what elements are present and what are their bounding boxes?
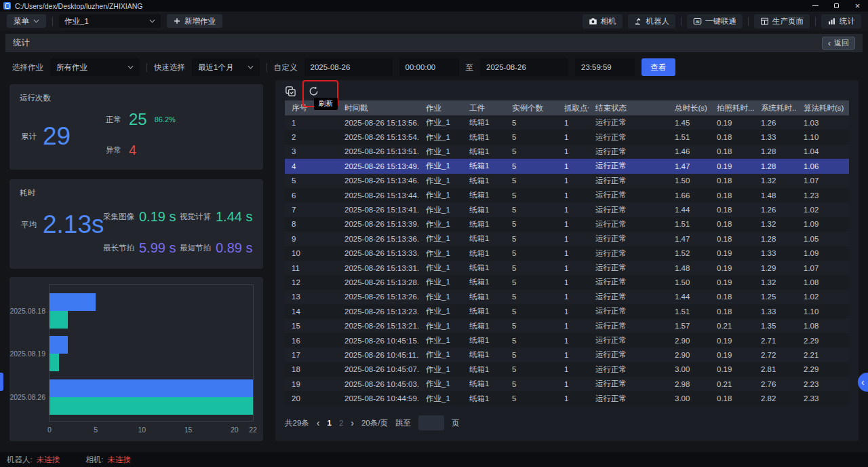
start-time-input[interactable]: 00:00:00 bbox=[399, 58, 459, 76]
column-header[interactable]: 算法耗时(s) bbox=[797, 103, 849, 113]
table-row[interactable]: 42025-08-26 15:13:49.257作业_1纸箱151运行正常1.4… bbox=[285, 159, 849, 173]
table-cell: 1.04 bbox=[797, 147, 849, 155]
total-runs-value: 29 bbox=[43, 122, 71, 151]
run-count-card: 运行次数 累计 29 正常 25 86.2% 异常 4 bbox=[9, 84, 263, 170]
table-row[interactable]: 112025-08-26 15:13:31.454作业_1纸箱151运行正常1.… bbox=[285, 261, 849, 275]
daily-runs-chart-card: 2025.08.182025.08.192025.08.260510152022 bbox=[9, 277, 263, 441]
bar-normal-2025.08.18 bbox=[50, 311, 68, 329]
menubar-button-production[interactable]: 生产页面 bbox=[754, 14, 810, 29]
table-cell: 1.44 bbox=[668, 293, 710, 301]
table-row[interactable]: 182025-08-26 10:45:07.232作业_1纸箱151运行正常3.… bbox=[285, 362, 849, 377]
table-cell: 纸箱1 bbox=[462, 161, 505, 171]
table-cell: 纸箱1 bbox=[462, 219, 505, 229]
jump-page-input[interactable] bbox=[418, 415, 444, 430]
column-header[interactable]: 系统耗时... bbox=[754, 103, 797, 113]
table-cell: 0.18 bbox=[710, 220, 754, 228]
add-job-button[interactable]: 新增作业 bbox=[167, 14, 222, 28]
table-cell: 1.23 bbox=[797, 191, 849, 200]
column-header[interactable]: 时间戳 bbox=[338, 103, 419, 113]
table-cell: 作业_1 bbox=[419, 306, 462, 316]
menubar-button-ai-link[interactable]: AI一键联通 bbox=[687, 14, 743, 29]
menu-button[interactable]: 菜单 bbox=[7, 14, 46, 28]
end-time-input[interactable]: 23:59:59 bbox=[575, 58, 635, 76]
minimize-button[interactable] bbox=[805, 0, 826, 12]
table-row[interactable]: 72025-08-26 15:13:41.553作业_1纸箱151运行正常1.4… bbox=[285, 202, 849, 217]
quick-select[interactable]: 最近1个月 bbox=[192, 58, 260, 76]
per-page-label[interactable]: 20条/页 bbox=[361, 418, 388, 428]
run-count-title: 运行次数 bbox=[20, 93, 51, 103]
table-row[interactable]: 142025-08-26 15:13:23.941作业_1纸箱151运行正常1.… bbox=[285, 304, 849, 318]
time-cost-title: 耗时 bbox=[20, 188, 35, 198]
table-row[interactable]: 202025-08-26 10:44:59.427作业_1纸箱151运行正常3.… bbox=[285, 391, 849, 405]
table-cell: 1.50 bbox=[668, 278, 710, 286]
table-cell: 0.21 bbox=[710, 380, 754, 388]
menubar-button-robot[interactable]: 机器人 bbox=[628, 14, 676, 29]
table-row[interactable]: 32025-08-26 15:13:51.763作业_1纸箱151运行正常1.4… bbox=[285, 145, 849, 159]
table-row[interactable]: 92025-08-26 15:13:36.512作业_1纸箱151运行正常1.4… bbox=[285, 231, 849, 246]
table-row[interactable]: 152025-08-26 15:13:21.352作业_1纸箱151运行正常1.… bbox=[285, 318, 849, 333]
job-select[interactable]: 作业_1 bbox=[59, 14, 161, 28]
menubar-button-camera[interactable]: 相机 bbox=[583, 14, 623, 29]
table-row[interactable]: 12025-08-26 15:13:56.820作业_1纸箱151运行正常1.4… bbox=[285, 115, 849, 130]
maximize-button[interactable] bbox=[826, 0, 847, 12]
table-row[interactable]: 52025-08-26 15:13:46.706作业_1纸箱151运行正常1.5… bbox=[285, 174, 849, 188]
table-cell: 1.51 bbox=[668, 220, 710, 228]
table-cell: 6 bbox=[285, 191, 338, 200]
vision-time: 视觉计算 1.44 s bbox=[180, 208, 252, 225]
start-date-input[interactable]: 2025-08-26 bbox=[304, 58, 393, 76]
table-cell: 0.18 bbox=[710, 191, 754, 200]
table-row[interactable]: 172025-08-26 10:45:11.259作业_1纸箱151运行正常2.… bbox=[285, 348, 849, 362]
column-header[interactable]: 实例个数 bbox=[505, 103, 557, 113]
prev-page-button[interactable]: ‹ bbox=[317, 418, 320, 428]
table-row[interactable]: 192025-08-26 10:45:03.368作业_1纸箱151运行正常2.… bbox=[285, 377, 849, 391]
table-cell: 2025-08-26 15:13:49.257 bbox=[338, 162, 419, 170]
table-cell: 1.50 bbox=[668, 176, 710, 185]
table-cell: 1.02 bbox=[797, 293, 849, 301]
x-axis-tick: 10 bbox=[138, 426, 146, 434]
table-cell: 纸箱1 bbox=[462, 190, 505, 200]
menubar-button-stats[interactable]: 统计 bbox=[821, 14, 861, 29]
table-row[interactable]: 62025-08-26 15:13:44.027作业_1纸箱151运行正常1.6… bbox=[285, 188, 849, 202]
table-cell: 2.82 bbox=[754, 394, 797, 403]
view-button[interactable]: 查看 bbox=[642, 58, 675, 76]
table-cell: 1.32 bbox=[754, 176, 797, 185]
page-button-1[interactable]: 1 bbox=[327, 419, 331, 427]
table-row[interactable]: 22025-08-26 15:13:54.276作业_1纸箱151运行正常1.5… bbox=[285, 130, 849, 144]
column-header[interactable]: 抓取点个... bbox=[557, 103, 589, 113]
column-header[interactable]: 拍照耗时... bbox=[710, 103, 754, 113]
page-button-2[interactable]: 2 bbox=[339, 419, 343, 427]
table-cell: 运行正常 bbox=[589, 365, 668, 375]
back-button[interactable]: ‹ 返回 bbox=[822, 37, 855, 50]
column-header[interactable]: 工件 bbox=[462, 103, 505, 113]
table-cell: 1 bbox=[557, 394, 589, 403]
column-header[interactable]: 结束状态 bbox=[589, 103, 668, 113]
table-cell: 作业_1 bbox=[419, 394, 462, 404]
table-cell: 1 bbox=[285, 119, 338, 127]
right-drawer-toggle[interactable]: ‹ bbox=[858, 373, 868, 392]
table-cell: 作业_1 bbox=[419, 248, 462, 259]
table-cell: 1 bbox=[557, 147, 589, 155]
close-button[interactable]: × bbox=[847, 0, 868, 12]
table-cell: 1 bbox=[557, 293, 589, 301]
table-cell: 1.32 bbox=[754, 220, 797, 228]
window-controls: × bbox=[805, 0, 868, 12]
table-row[interactable]: 82025-08-26 15:13:39.010作业_1纸箱151运行正常1.5… bbox=[285, 217, 849, 231]
column-header[interactable]: 总时长(s) bbox=[668, 103, 710, 113]
table-cell: 1.32 bbox=[754, 278, 797, 286]
column-header[interactable]: 作业 bbox=[419, 103, 462, 113]
copy-select-icon[interactable] bbox=[285, 86, 296, 97]
table-row[interactable]: 162025-08-26 10:45:15.108作业_1纸箱151运行正常2.… bbox=[285, 333, 849, 348]
table-row[interactable]: 122025-08-26 15:13:28.934作业_1纸箱151运行正常1.… bbox=[285, 275, 849, 289]
end-date-input[interactable]: 2025-08-26 bbox=[480, 58, 568, 76]
table-cell: 2 bbox=[285, 133, 338, 141]
table-row[interactable]: 132025-08-26 15:13:26.473作业_1纸箱151运行正常1.… bbox=[285, 290, 849, 304]
table-row[interactable]: 102025-08-26 15:13:33.963作业_1纸箱151运行正常1.… bbox=[285, 246, 849, 261]
table-cell: 1.33 bbox=[754, 249, 797, 257]
job-filter-select[interactable]: 所有作业 bbox=[50, 58, 140, 76]
table-cell: 1 bbox=[557, 191, 589, 200]
table-cell: 1.07 bbox=[797, 176, 849, 185]
table-cell: 1.66 bbox=[668, 191, 710, 200]
left-drawer-handle[interactable] bbox=[0, 373, 3, 391]
table-cell: 0.19 bbox=[710, 365, 754, 373]
next-page-button[interactable]: › bbox=[351, 418, 354, 428]
